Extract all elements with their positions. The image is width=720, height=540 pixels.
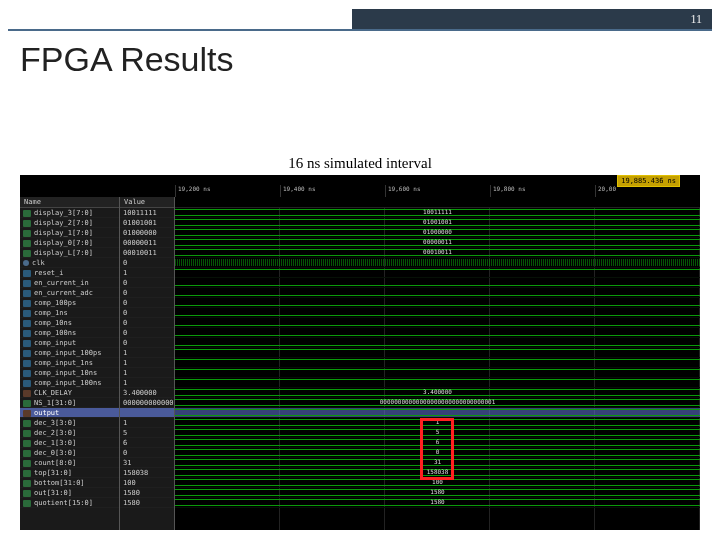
signal-name-row[interactable]: CLK_DELAY [20,388,119,398]
time-tick: 19,600 ns [385,185,490,197]
waveform-row[interactable]: 00000011 [175,238,700,248]
name-column-header[interactable]: Name [20,197,119,208]
signal-name-row[interactable]: NS_1[31:0] [20,398,119,408]
signal-name-row[interactable]: comp_input [20,338,119,348]
signal-name-row[interactable]: dec_1[3:0] [20,438,119,448]
signal-value-row[interactable]: 1580 [120,488,174,498]
signal-value-row[interactable]: 1 [120,358,174,368]
signal-value-row[interactable]: 1 [120,418,174,428]
waveform-row[interactable]: 10011111 [175,208,700,218]
waveform-row[interactable] [175,298,700,308]
signal-value-row[interactable]: 0 [120,298,174,308]
waveform-row[interactable] [175,328,700,338]
signal-value-row[interactable]: 1 [120,268,174,278]
signal-name-row[interactable]: out[31:0] [20,488,119,498]
waveform-row[interactable] [175,368,700,378]
signal-name-row[interactable]: comp_100ps [20,298,119,308]
signal-icon [23,280,31,287]
signal-name-row[interactable]: quotient[15:0] [20,498,119,508]
signal-value-row[interactable]: 0 [120,338,174,348]
signal-name-row[interactable]: bottom[31:0] [20,478,119,488]
waveform-row[interactable]: 3.400000 [175,388,700,398]
signal-value-row[interactable]: 00010011 [120,248,174,258]
signal-value-row[interactable]: 3.400000 [120,388,174,398]
signal-value-row[interactable]: 1 [120,378,174,388]
signal-value-row[interactable]: 100 [120,478,174,488]
signal-value-row[interactable]: 00000011 [120,238,174,248]
signal-value-row[interactable]: 01000000 [120,228,174,238]
waveform-row[interactable]: 01000000 [175,228,700,238]
signal-value-row[interactable]: 6 [120,438,174,448]
signal-icon [23,340,31,347]
waveform-row[interactable] [175,288,700,298]
signal-value-row[interactable]: 000000000000000… [120,398,174,408]
signal-value-row[interactable]: 1 [120,368,174,378]
signal-value-row[interactable] [120,408,174,418]
waveform-row[interactable] [175,308,700,318]
signal-name-row[interactable]: clk [20,258,119,268]
waveform-row[interactable] [175,278,700,288]
signal-value-row[interactable]: 5 [120,428,174,438]
signal-value-row[interactable]: 01001001 [120,218,174,228]
signal-value-row[interactable]: 0 [120,328,174,338]
signal-name-row[interactable]: display_L[7:0] [20,248,119,258]
signal-name-row[interactable]: reset_i [20,268,119,278]
signal-value-row[interactable]: 0 [120,288,174,298]
signal-value-row[interactable]: 0 [120,258,174,268]
waveform-row[interactable] [175,408,700,418]
single-bit-waveform [175,379,700,380]
signal-name-row[interactable]: comp_input_10ns [20,368,119,378]
signal-name-label: en_current_adc [34,289,93,297]
signal-name-row[interactable]: dec_2[3:0] [20,428,119,438]
signal-value-row[interactable]: 10011111 [120,208,174,218]
waveform-row[interactable] [175,258,700,268]
signal-icon [23,440,31,447]
signal-name-row[interactable]: comp_100ns [20,328,119,338]
signal-name-row[interactable]: output [20,408,119,418]
signal-name-row[interactable]: top[31:0] [20,468,119,478]
waveform-row[interactable] [175,338,700,348]
waveform-row[interactable]: 01001001 [175,218,700,228]
waveform-row[interactable]: 00010011 [175,248,700,258]
signal-name-row[interactable]: display_3[7:0] [20,208,119,218]
signal-value-row[interactable]: 0 [120,318,174,328]
waveform-row[interactable]: 1580 [175,488,700,498]
signal-name-row[interactable]: display_1[7:0] [20,228,119,238]
signal-name-row[interactable]: comp_input_1ns [20,358,119,368]
signal-name-label: display_3[7:0] [34,209,93,217]
waveform-row[interactable] [175,268,700,278]
signal-icon [23,490,31,497]
signal-value-row[interactable]: 158038 [120,468,174,478]
waveform-column[interactable]: 1001111101001001010000000000001100010011… [175,197,700,530]
waveform-row[interactable] [175,358,700,368]
signal-name-row[interactable]: display_2[7:0] [20,218,119,228]
signal-name-row[interactable]: en_current_adc [20,288,119,298]
signal-value-row[interactable]: 31 [120,458,174,468]
signal-name-row[interactable]: comp_input_100ns [20,378,119,388]
signal-name-row[interactable]: en_current_in [20,278,119,288]
signal-icon [23,460,31,467]
signal-value-row[interactable]: 0 [120,448,174,458]
signal-name-row[interactable]: comp_1ns [20,308,119,318]
signal-icon [23,300,31,307]
waveform-row[interactable]: 00000000000000000000000000000001 [175,398,700,408]
signal-name-row[interactable]: dec_0[3:0] [20,448,119,458]
signal-name-row[interactable]: count[8:0] [20,458,119,468]
signal-value-row[interactable]: 0 [120,308,174,318]
waveform-row[interactable] [175,318,700,328]
signal-value-row[interactable]: 1 [120,348,174,358]
waveform-row[interactable] [175,378,700,388]
waveform-row[interactable]: 1580 [175,498,700,508]
signal-value-row[interactable]: 1580 [120,498,174,508]
signal-name-row[interactable]: comp_input_100ps [20,348,119,358]
waveform-row[interactable] [175,348,700,358]
signal-name-row[interactable]: display_0[7:0] [20,238,119,248]
signal-icon [23,240,31,247]
highlight-red-box [420,418,454,480]
signal-name-row[interactable]: comp_10ns [20,318,119,328]
signal-icon [23,380,31,387]
signal-value-row[interactable]: 0 [120,278,174,288]
value-column-header[interactable]: Value [120,197,174,208]
time-ruler[interactable]: 19,200 ns19,400 ns19,600 ns19,800 ns20,0… [175,185,700,197]
signal-name-row[interactable]: dec_3[3:0] [20,418,119,428]
